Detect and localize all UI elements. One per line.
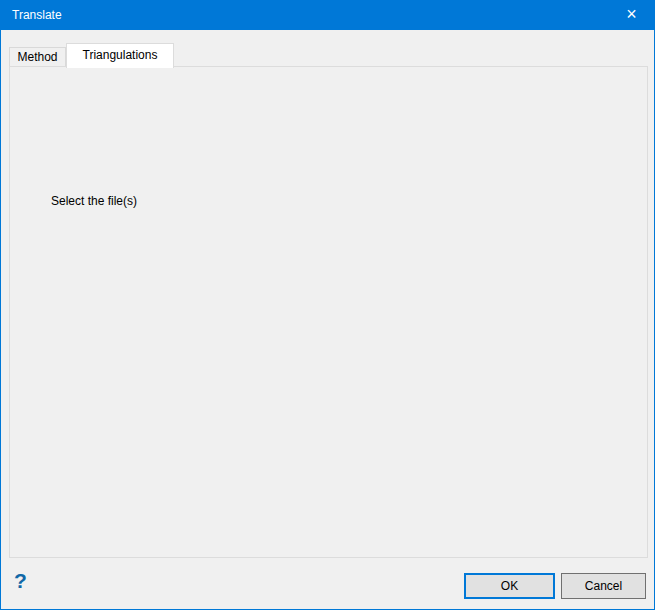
help-icon[interactable]: ? — [14, 569, 27, 593]
groupbox-title: Select the file(s) — [47, 194, 141, 208]
tab-panel — [9, 66, 648, 558]
ok-button[interactable]: OK — [464, 573, 555, 599]
tab-triangulations[interactable]: Triangulations — [66, 43, 174, 68]
close-icon[interactable]: × — [609, 1, 654, 30]
tab-method[interactable]: Method — [9, 47, 66, 67]
title-bar: Translate × — [1, 1, 654, 30]
window-title: Translate — [12, 1, 62, 30]
cancel-button[interactable]: Cancel — [561, 573, 646, 599]
translate-dialog: Translate × Method Triangulations Select… — [0, 0, 655, 610]
